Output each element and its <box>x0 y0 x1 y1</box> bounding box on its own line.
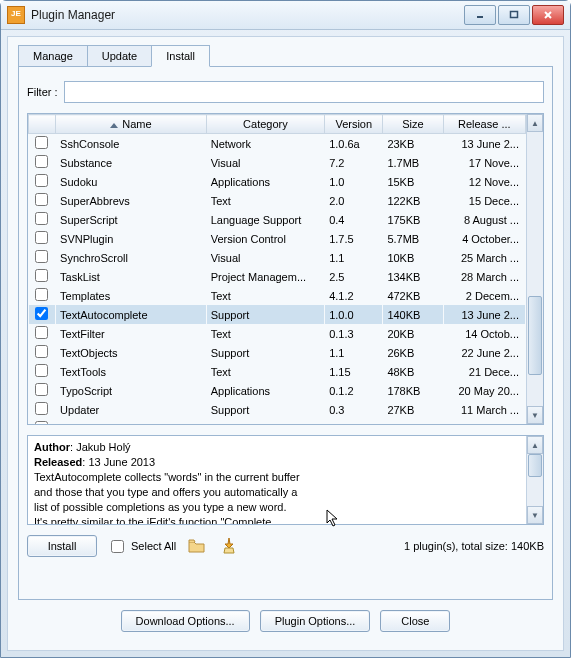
filter-input[interactable] <box>64 81 544 103</box>
table-scrollbar[interactable]: ▲ ▼ <box>526 114 543 424</box>
row-checkbox[interactable] <box>35 250 48 263</box>
row-checkbox[interactable] <box>35 269 48 282</box>
cell-size: 134KB <box>383 267 443 286</box>
table-row[interactable]: SuperScriptLanguage Support0.4175KB8 Aug… <box>29 210 526 229</box>
table-row[interactable]: SshConsoleNetwork1.0.6a23KB13 June 2... <box>29 134 526 154</box>
table-row[interactable]: TextFilterText0.1.320KB14 Octob... <box>29 324 526 343</box>
cell-version: 1.0 <box>325 172 383 191</box>
cell-name: Updater <box>56 400 207 419</box>
row-checkbox[interactable] <box>35 155 48 168</box>
cell-size: 175KB <box>383 210 443 229</box>
row-checkbox[interactable] <box>35 174 48 187</box>
scroll-thumb[interactable] <box>528 454 542 477</box>
col-category[interactable]: Category <box>206 115 324 134</box>
row-checkbox[interactable] <box>35 307 48 320</box>
cell-release: 12 Nove... <box>443 172 525 191</box>
table-row[interactable]: TemplatesText4.1.2472KB2 Decem... <box>29 286 526 305</box>
cell-size: 140KB <box>383 305 443 324</box>
filter-label: Filter : <box>27 86 58 98</box>
open-folder-icon[interactable] <box>186 535 208 557</box>
cell-size: 26KB <box>383 343 443 362</box>
tab-update[interactable]: Update <box>87 45 152 67</box>
table-row[interactable]: SynchroScrollVisual1.110KB25 March ... <box>29 248 526 267</box>
cell-name: TextTools <box>56 362 207 381</box>
cell-version: 1.0.6a <box>325 134 383 154</box>
cell-category: Text <box>206 286 324 305</box>
scroll-down-icon[interactable]: ▼ <box>527 406 543 424</box>
cell-name: VoxSpell <box>56 419 207 424</box>
scroll-up-icon[interactable]: ▲ <box>527 114 543 132</box>
tab-manage[interactable]: Manage <box>18 45 88 67</box>
cell-name: Templates <box>56 286 207 305</box>
cell-name: TaskList <box>56 267 207 286</box>
col-release[interactable]: Release ... <box>443 115 525 134</box>
row-checkbox[interactable] <box>35 212 48 225</box>
col-name[interactable]: Name <box>56 115 207 134</box>
table-row[interactable]: SubstanceVisual7.21.7MB17 Nove... <box>29 153 526 172</box>
scroll-down-icon[interactable]: ▼ <box>527 506 543 524</box>
select-all[interactable]: Select All <box>107 537 176 556</box>
close-button[interactable]: Close <box>380 610 450 632</box>
table-row[interactable]: TextToolsText1.1548KB21 Dece... <box>29 362 526 381</box>
cell-size: 10KB <box>383 248 443 267</box>
clean-icon[interactable] <box>218 535 240 557</box>
table-row[interactable]: TypoScriptApplications0.1.2178KB20 May 2… <box>29 381 526 400</box>
col-size[interactable]: Size <box>383 115 443 134</box>
table-row[interactable]: SuperAbbrevsText2.0122KB15 Dece... <box>29 191 526 210</box>
row-checkbox[interactable] <box>35 421 48 424</box>
cell-version: 1.15 <box>325 362 383 381</box>
table-row[interactable]: TextObjectsSupport1.126KB22 June 2... <box>29 343 526 362</box>
row-checkbox[interactable] <box>35 364 48 377</box>
install-panel: Filter : <box>18 66 553 600</box>
cell-release: 25 March ... <box>443 248 525 267</box>
row-checkbox[interactable] <box>35 402 48 415</box>
table-row[interactable]: SudokuApplications1.015KB12 Nove... <box>29 172 526 191</box>
table-row[interactable]: TaskListProject Managem...2.5134KB28 Mar… <box>29 267 526 286</box>
cell-release: 20 May 20... <box>443 381 525 400</box>
minimize-button[interactable] <box>464 5 496 25</box>
select-all-checkbox[interactable] <box>111 540 124 553</box>
scroll-up-icon[interactable]: ▲ <box>527 436 543 454</box>
col-version[interactable]: Version <box>325 115 383 134</box>
table-row[interactable]: TextAutocompleteSupport1.0.0140KB13 June… <box>29 305 526 324</box>
cell-size: 1.7MB <box>383 153 443 172</box>
plugin-options-button[interactable]: Plugin Options... <box>260 610 371 632</box>
col-check[interactable] <box>29 115 56 134</box>
cell-release: 14 Octob... <box>443 324 525 343</box>
cell-category: Text <box>206 362 324 381</box>
cell-version: 0.3 <box>325 400 383 419</box>
scroll-thumb[interactable] <box>528 296 542 375</box>
row-checkbox[interactable] <box>35 136 48 149</box>
maximize-button[interactable] <box>498 5 530 25</box>
tab-install[interactable]: Install <box>151 45 210 67</box>
desc-scrollbar[interactable]: ▲ ▼ <box>526 436 543 524</box>
cell-name: SVNPlugin <box>56 229 207 248</box>
install-button[interactable]: Install <box>27 535 97 557</box>
cell-release: 15 Dece... <box>443 191 525 210</box>
cell-version: 1.7.5 <box>325 229 383 248</box>
cell-size: 27KB <box>383 400 443 419</box>
download-options-button[interactable]: Download Options... <box>121 610 250 632</box>
table-row[interactable]: VoxSpellFormatters and C...1.0.8270KB1 D… <box>29 419 526 424</box>
close-window-button[interactable] <box>532 5 564 25</box>
cell-version: 2.0 <box>325 191 383 210</box>
row-checkbox[interactable] <box>35 326 48 339</box>
cell-name: SuperScript <box>56 210 207 229</box>
plugin-table-container: Name Category Version Size Release ... S… <box>27 113 544 425</box>
cell-name: SuperAbbrevs <box>56 191 207 210</box>
cell-category: Support <box>206 343 324 362</box>
row-checkbox[interactable] <box>35 345 48 358</box>
row-checkbox[interactable] <box>35 383 48 396</box>
cell-size: 178KB <box>383 381 443 400</box>
table-row[interactable]: UpdaterSupport0.327KB11 March ... <box>29 400 526 419</box>
row-checkbox[interactable] <box>35 288 48 301</box>
row-checkbox[interactable] <box>35 193 48 206</box>
table-row[interactable]: SVNPluginVersion Control1.7.55.7MB4 Octo… <box>29 229 526 248</box>
row-checkbox[interactable] <box>35 231 48 244</box>
dialog-body: Manage Update Install Filter : <box>7 36 564 651</box>
cell-size: 270KB <box>383 419 443 424</box>
cell-size: 15KB <box>383 172 443 191</box>
cell-size: 122KB <box>383 191 443 210</box>
cell-category: Visual <box>206 153 324 172</box>
app-icon: JE <box>7 6 25 24</box>
